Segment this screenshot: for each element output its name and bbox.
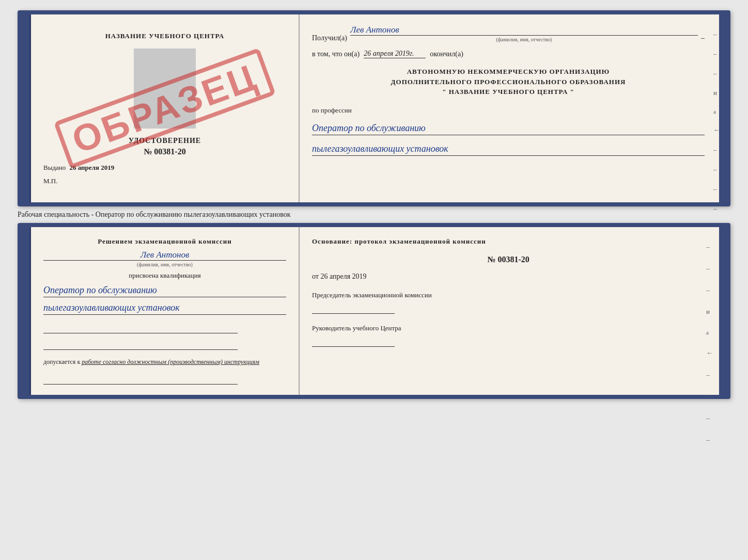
dash-after-name: –	[701, 34, 705, 42]
vtom-row: в том, что он(а) 26 апреля 2019г. окончи…	[312, 50, 705, 58]
vtom-label: в том, что он(а)	[312, 50, 360, 58]
bottom-left-page: Решением экзаменационной комиссии Лев Ан…	[31, 227, 300, 395]
document-wrapper: НАЗВАНИЕ УЧЕБНОГО ЦЕНТРА УДОСТОВЕРЕНИЕ №…	[18, 10, 730, 399]
protocol-date-value: 26 апреля 2019	[320, 273, 366, 280]
vydano-date: 26 апреля 2019	[70, 164, 115, 171]
bottom-name-block: Лев Антонов (фамилия, имя, отчество)	[43, 250, 286, 267]
qual-line2: пылегазоулавливающих установок	[43, 301, 286, 315]
working-specialty: Рабочая специальность - Оператор по обсл…	[18, 211, 730, 219]
professiya-line2: пылегазоулавливающих установок	[312, 142, 705, 156]
protocol-date: от 26 апреля 2019	[312, 273, 705, 281]
bottom-certificate: Решением экзаменационной комиссии Лев Ан…	[18, 223, 730, 399]
signature-line-2	[43, 340, 238, 350]
vydano-label: Выдано	[43, 164, 66, 171]
dopuskaetsya-value: работе согласно должностным (производств…	[82, 358, 259, 365]
poluchil-label: Получил(а)	[312, 34, 347, 42]
bottom-name: Лев Антонов	[43, 250, 286, 261]
udostoverenie-number: № 00381-20	[129, 147, 201, 156]
bottom-spine-left	[22, 227, 31, 395]
fio-hint-top: (фамилия, имя, отчество)	[350, 37, 698, 42]
udostoverenie-title: УДОСТОВЕРЕНИЕ	[129, 137, 201, 145]
predsedatel-block: Председатель экзаменационной комиссии	[312, 291, 705, 314]
dopuskaetsya-label: допускается к	[43, 358, 80, 365]
rukovoditel-label: Руководитель учебного Центра	[312, 324, 705, 332]
signature-line-3	[43, 374, 238, 385]
cert-left-page: НАЗВАНИЕ УЧЕБНОГО ЦЕНТРА УДОСТОВЕРЕНИЕ №…	[31, 14, 300, 202]
rukovoditel-block: Руководитель учебного Центра	[312, 324, 705, 347]
photo-placeholder	[134, 49, 196, 129]
predsedatel-label: Председатель экзаменационной комиссии	[312, 291, 705, 299]
cert-right-page: Получил(а) Лев Антонов (фамилия, имя, от…	[300, 14, 719, 202]
qual-line1: Оператор по обслуживанию	[43, 284, 286, 297]
signature-line-1	[43, 323, 238, 333]
bottom-spine-right	[719, 227, 726, 395]
protocol-number: № 00381-20	[312, 255, 705, 264]
predsedatel-signature	[312, 303, 395, 314]
vtom-date: 26 апреля 2019г.	[364, 50, 426, 58]
cert-center-title: НАЗВАНИЕ УЧЕБНОГО ЦЕНТРА	[105, 32, 225, 40]
poluchil-name: Лев Антонов	[350, 25, 698, 36]
top-certificate: НАЗВАНИЕ УЧЕБНОГО ЦЕНТРА УДОСТОВЕРЕНИЕ №…	[18, 10, 730, 206]
professiya-label: по профессии	[312, 106, 705, 115]
udostoverenie-block: УДОСТОВЕРЕНИЕ № 00381-20	[129, 137, 201, 156]
poluchil-row: Получил(а) Лев Антонов (фамилия, имя, от…	[312, 25, 705, 42]
okonchil-label: окончил(а)	[430, 50, 463, 58]
rukovoditel-signature	[312, 337, 395, 347]
org-block: АВТОНОМНУЮ НЕКОММЕРЧЕСКУЮ ОРГАНИЗАЦИЮ ДО…	[312, 67, 705, 97]
org-line2: ДОПОЛНИТЕЛЬНОГО ПРОФЕССИОНАЛЬНОГО ОБРАЗО…	[312, 77, 705, 87]
protocol-date-prefix: от	[312, 273, 319, 280]
osnovaniye-block: Основание: протокол экзаменационной коми…	[312, 237, 705, 246]
dopuskaetsya-block: допускается к работе согласно должностны…	[43, 358, 286, 366]
right-dashes: – – – и а ← – – – –	[713, 30, 720, 213]
resheniem-text: Решением экзаменационной комиссии	[43, 237, 286, 246]
vydano-line: Выдано 26 апреля 2019	[43, 164, 286, 172]
org-line3: " НАЗВАНИЕ УЧЕБНОГО ЦЕНТРА "	[312, 87, 705, 97]
org-line1: АВТОНОМНУЮ НЕКОММЕРЧЕСКУЮ ОРГАНИЗАЦИЮ	[312, 67, 705, 77]
bottom-right-dashes: – – – и а ← – – – –	[706, 243, 713, 444]
professiya-line1: Оператор по обслуживанию	[312, 122, 705, 135]
bottom-right-page: Основание: протокол экзаменационной коми…	[300, 227, 719, 395]
prisvoena-text: присвоена квалификация	[43, 271, 286, 280]
bottom-fio-hint: (фамилия, имя, отчество)	[137, 262, 193, 267]
book-spine-left	[22, 14, 31, 202]
mp-line: М.П.	[43, 177, 286, 185]
book-spine-right	[719, 14, 726, 202]
